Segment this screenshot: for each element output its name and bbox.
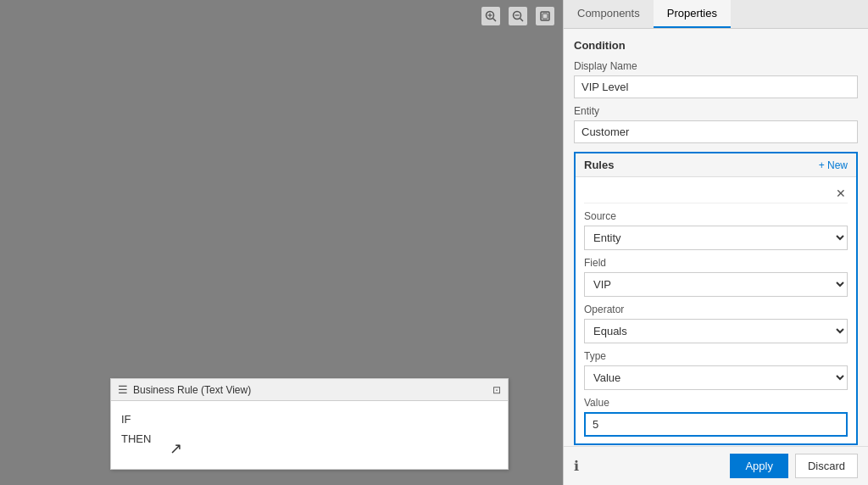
rules-body: ✕ Source Entity Parameter Variable Field… [576,177,856,443]
then-label: THEN [121,429,498,449]
canvas-toolbar [481,7,554,25]
type-select[interactable]: Value Field Parameter [584,365,848,390]
entity-input[interactable] [574,120,858,143]
rule-close-button[interactable]: ✕ [836,187,846,199]
canvas-area: ☰ Business Rule (Text View) ⊡ IF THEN ↗ [0,0,563,485]
svg-rect-8 [542,14,548,19]
zoom-out-icon[interactable] [509,7,527,25]
panel-footer: ℹ Apply Discard [564,446,868,485]
business-rule-icon: ☰ [118,383,128,396]
svg-line-5 [520,19,524,22]
panel-tabs: Components Properties [564,0,868,29]
business-rule-body: IF THEN [111,401,508,469]
fit-icon[interactable] [536,7,554,25]
rule-row-header: ✕ [584,184,848,203]
section-title: Condition [574,39,858,52]
zoom-in-icon[interactable] [481,7,500,25]
tab-properties[interactable]: Properties [654,0,731,28]
operator-label: Operator [584,304,848,315]
discard-button[interactable]: Discard [795,454,858,478]
info-icon[interactable]: ℹ [574,458,579,474]
entity-label: Entity [574,105,858,117]
display-name-input[interactable] [574,75,858,98]
if-label: IF [121,410,498,429]
expand-icon[interactable]: ⊡ [492,384,501,396]
business-rule-header-left: ☰ Business Rule (Text View) [118,383,251,396]
tab-components[interactable]: Components [564,0,654,28]
value-input[interactable] [584,412,848,437]
panel-content: Condition Display Name Entity Rules + Ne… [564,29,868,446]
field-select[interactable]: VIP Name Level [584,272,848,297]
field-label: Field [584,257,848,269]
business-rule-title: Business Rule (Text View) [133,384,251,396]
right-panel: Components Properties Condition Display … [563,0,868,485]
footer-buttons: Apply Discard [730,454,858,478]
rules-title: Rules [584,159,614,171]
rules-new-button[interactable]: + New [819,159,848,171]
type-label: Type [584,350,848,362]
rules-header: Rules + New [576,153,856,177]
business-rule-box: ☰ Business Rule (Text View) ⊡ IF THEN [110,378,509,470]
display-name-label: Display Name [574,60,858,72]
source-label: Source [584,210,848,222]
rules-section: Rules + New ✕ Source Entity Parameter Va… [574,152,858,445]
value-label: Value [584,397,848,409]
apply-button[interactable]: Apply [730,454,788,478]
source-select[interactable]: Entity Parameter Variable [584,226,848,250]
svg-line-1 [493,19,497,22]
business-rule-header: ☰ Business Rule (Text View) ⊡ [111,379,508,401]
operator-select[interactable]: Equals Not Equals Greater Than Less Than [584,319,848,343]
